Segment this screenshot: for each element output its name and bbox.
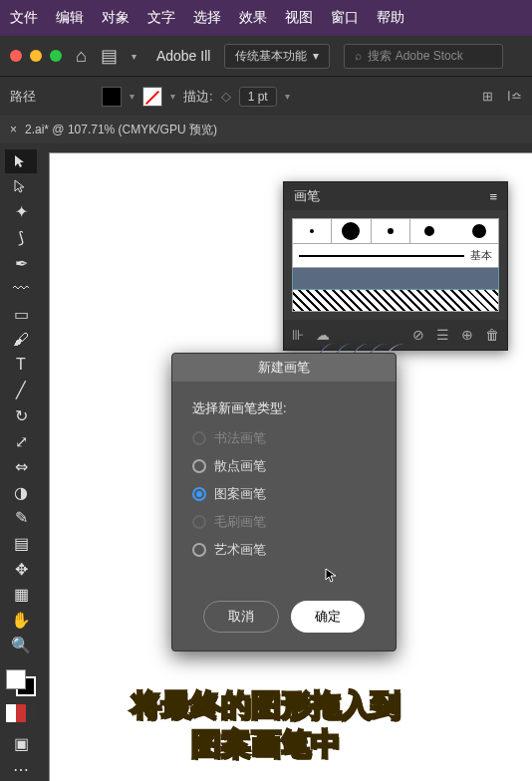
direct-selection-tool[interactable] — [5, 175, 37, 199]
fill-swatch[interactable] — [102, 87, 122, 107]
cancel-button[interactable]: 取消 — [203, 601, 279, 633]
gradient-tool[interactable]: ▤ — [5, 532, 37, 556]
artboard-tool[interactable]: ▦ — [5, 583, 37, 607]
align-icon[interactable]: ⊞ — [482, 89, 493, 104]
maximize-window-button[interactable] — [50, 50, 62, 62]
app-toolbar: ⌂ ▤ ▾ Adobe Ill 传统基本功能▾ ⌕ 搜索 Adobe Stock — [0, 36, 532, 76]
new-brush-dialog: 新建画笔 选择新画笔类型: 书法画笔 散点画笔 图案画笔 毛刷画笔 艺术画笔 取… — [171, 353, 397, 651]
rectangle-tool[interactable]: ▭ — [5, 302, 37, 326]
menu-object[interactable]: 对象 — [102, 9, 130, 27]
new-brush-icon[interactable]: ⊕ — [461, 327, 473, 343]
dialog-prompt-label: 选择新画笔类型: — [192, 399, 376, 417]
stroke-label: 描边: — [183, 88, 213, 106]
menu-window[interactable]: 窗口 — [331, 9, 359, 27]
library-cloud-icon[interactable]: ☁ — [316, 327, 330, 343]
document-tab-title[interactable]: 2.ai* @ 107.71% (CMYK/GPU 预览) — [25, 122, 217, 138]
rotate-tool[interactable]: ↻ — [5, 404, 37, 428]
menu-text[interactable]: 文字 — [147, 9, 175, 27]
path-label: 路径 — [10, 88, 36, 106]
home-icon[interactable]: ⌂ — [76, 46, 87, 67]
selected-brush-row[interactable] — [292, 268, 499, 290]
search-icon: ⌕ — [355, 49, 362, 63]
magic-wand-tool[interactable]: ✦ — [5, 200, 37, 224]
menu-effect[interactable]: 效果 — [239, 9, 267, 27]
remove-stroke-icon[interactable]: ⊘ — [412, 327, 424, 343]
radio-scatter-brush[interactable]: 散点画笔 — [192, 457, 376, 475]
dialog-title: 新建画笔 — [172, 354, 396, 382]
brush-options-icon[interactable]: ☰ — [436, 327, 449, 343]
ok-button[interactable]: 确定 — [291, 601, 365, 633]
close-window-button[interactable] — [10, 50, 22, 62]
properties-bar: 路径 ▾ ▾ 描边: ◇ 1 pt ▾ ⊞ ا≏ — [0, 76, 532, 116]
pattern-brush-row[interactable] — [292, 290, 499, 312]
radio-pattern-brush[interactable]: 图案画笔 — [192, 485, 376, 503]
zoom-tool[interactable]: 🔍 — [5, 634, 37, 657]
stock-search-input[interactable]: ⌕ 搜索 Adobe Stock — [344, 44, 503, 69]
line-tool[interactable]: ╱ — [5, 379, 37, 402]
calligraphic-brushes-row[interactable] — [292, 218, 499, 244]
menu-view[interactable]: 视图 — [285, 9, 313, 27]
scale-tool[interactable]: ⤢ — [5, 429, 37, 453]
radio-art-brush[interactable]: 艺术画笔 — [192, 541, 376, 559]
radio-calligraphic-brush: 书法画笔 — [192, 429, 376, 447]
hand-tool[interactable]: ✋ — [5, 608, 37, 632]
shape-builder-tool[interactable]: ◑ — [5, 481, 37, 505]
menu-select[interactable]: 选择 — [193, 9, 221, 27]
chevron-down-icon[interactable]: ▾ — [132, 51, 136, 62]
symbol-sprayer-tool[interactable]: ✥ — [5, 557, 37, 581]
app-name: Adobe Ill — [156, 48, 210, 64]
stroke-weight-input[interactable]: 1 pt — [239, 87, 277, 107]
paintbrush-tool[interactable]: 🖌 — [5, 328, 37, 352]
minimize-window-button[interactable] — [30, 50, 42, 62]
window-controls — [10, 50, 62, 62]
menu-help[interactable]: 帮助 — [377, 9, 404, 27]
brush-libraries-icon[interactable]: ⊪ — [292, 327, 304, 343]
panel-menu-icon[interactable]: ≡ — [489, 189, 497, 204]
layout-icon[interactable]: ▤ — [101, 45, 118, 67]
document-tab-bar: × 2.ai* @ 107.71% (CMYK/GPU 预览) — [0, 116, 532, 143]
tab-close-icon[interactable]: × — [10, 123, 17, 136]
brushes-panel: 画笔 ≡ 基本 ⊪ — [283, 181, 508, 351]
menu-file[interactable]: 文件 — [10, 9, 38, 27]
pen-tool[interactable]: ✒ — [5, 251, 37, 275]
main-menu-bar: 文件 编辑 对象 文字 选择 效果 视图 窗口 帮助 — [0, 0, 532, 36]
width-tool[interactable]: ⇔ — [5, 455, 37, 479]
instruction-caption: 将最终的图形拖入到 图案画笔中 — [0, 685, 532, 763]
brushes-panel-title: 画笔 — [294, 187, 320, 205]
stroke-swatch[interactable] — [142, 87, 162, 107]
workspace-preset-dropdown[interactable]: 传统基本功能▾ — [224, 44, 330, 69]
delete-brush-icon[interactable]: 🗑 — [485, 327, 499, 343]
radio-bristle-brush: 毛刷画笔 — [192, 513, 376, 531]
curvature-tool[interactable]: 〰 — [5, 277, 37, 301]
eyedropper-tool[interactable]: ✎ — [5, 506, 37, 530]
type-tool[interactable]: T — [5, 354, 37, 378]
selection-tool[interactable] — [5, 149, 37, 173]
basic-brush-row[interactable]: 基本 — [292, 244, 499, 268]
menu-edit[interactable]: 编辑 — [56, 9, 84, 27]
share-icon[interactable]: ا≏ — [507, 89, 522, 104]
lasso-tool[interactable]: ⟆ — [5, 226, 37, 250]
